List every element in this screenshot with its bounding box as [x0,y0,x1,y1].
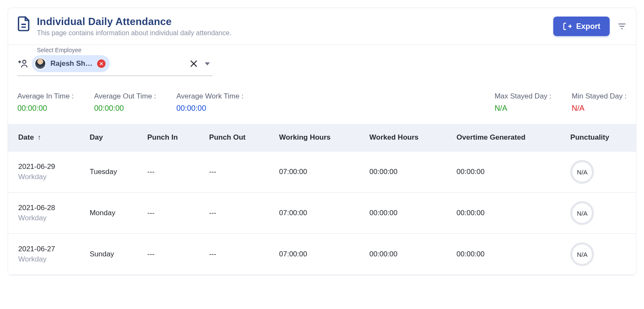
cell-day: Tuesday [82,152,139,193]
add-person-icon [17,58,28,69]
cell-punch-out: --- [201,152,271,193]
cell-date-value: 2021-06-28 [18,204,74,212]
cell-punch-in: --- [140,234,202,275]
col-punch-out[interactable]: Punch Out [201,124,271,152]
document-icon [17,16,31,32]
cell-worked-hours: 00:00:00 [362,193,449,234]
cell-punctuality: N/A [563,193,636,234]
col-day[interactable]: Day [82,124,139,152]
stat-label: Min Stayed Day : [572,92,627,101]
cell-day: Sunday [82,234,139,275]
stat-avg-out: Average Out Time : 00:00:00 [94,92,156,113]
export-label: Export [576,22,600,31]
chevron-down-icon[interactable] [205,62,210,65]
svg-point-7 [22,60,26,64]
cell-working-hours: 07:00:00 [271,193,362,234]
stat-avg-work: Average Work Time : 00:00:00 [176,92,243,113]
header-text: Individual Daily Attendance This page co… [37,16,231,37]
stats-row: Average In Time : 00:00:00 Average Out T… [17,88,627,124]
cell-date: 2021-06-27 Workday [8,234,82,275]
punctuality-badge: N/A [570,242,594,266]
chip-remove-icon[interactable] [97,59,106,68]
stat-label: Max Stayed Day : [494,92,551,101]
avatar [34,58,46,70]
cell-punch-out: --- [201,193,271,234]
col-worked-hours[interactable]: Worked Hours [362,124,449,152]
table-head: Date ↑ Day Punch In Punch Out Working Ho… [8,124,636,152]
cell-date-type: Workday [18,255,74,264]
stat-value: N/A [494,104,551,113]
cell-punctuality: N/A [563,152,636,193]
cell-date: 2021-06-29 Workday [8,152,82,193]
page-subtitle: This page contains information about ind… [37,29,231,37]
cell-day: Monday [82,193,139,234]
stat-min-stayed: Min Stayed Day : N/A [572,92,627,113]
selector-label: Select Employee [37,47,81,53]
chip-text: Rajesh Shr… [50,59,93,68]
col-punch-in[interactable]: Punch In [140,124,202,152]
employee-chip: Rajesh Shr… [32,55,110,72]
col-working-hours[interactable]: Working Hours [271,124,362,152]
cell-working-hours: 07:00:00 [271,152,362,193]
stat-value: 00:00:00 [17,104,74,113]
punctuality-badge: N/A [570,160,594,184]
cell-punctuality: N/A [563,234,636,275]
attendance-card: Individual Daily Attendance This page co… [8,8,636,275]
sort-asc-icon: ↑ [38,134,41,141]
attendance-table: Date ↑ Day Punch In Punch Out Working Ho… [8,124,636,275]
table-row: 2021-06-27 Workday Sunday --- --- 07:00:… [8,234,636,275]
header-left: Individual Daily Attendance This page co… [17,16,553,37]
col-date[interactable]: Date ↑ [8,124,82,152]
cell-overtime: 00:00:00 [449,152,563,193]
cell-working-hours: 07:00:00 [271,234,362,275]
cell-worked-hours: 00:00:00 [362,234,449,275]
cell-date-value: 2021-06-29 [18,163,74,171]
stat-avg-in: Average In Time : 00:00:00 [17,92,74,113]
stat-label: Average Out Time : [94,92,156,101]
table-body: 2021-06-29 Workday Tuesday --- --- 07:00… [8,152,636,275]
col-overtime[interactable]: Overtime Generated [449,124,563,152]
cell-overtime: 00:00:00 [449,193,563,234]
stat-label: Average Work Time : [176,92,243,101]
cell-date-type: Workday [18,214,74,222]
page-title: Individual Daily Attendance [37,16,231,28]
cell-punch-in: --- [140,152,202,193]
export-icon [563,22,572,31]
filter-icon[interactable] [617,22,627,31]
stat-label: Average In Time : [17,92,74,101]
stat-max-stayed: Max Stayed Day : N/A [494,92,551,113]
card-header: Individual Daily Attendance This page co… [8,8,636,45]
export-button[interactable]: Export [553,17,610,36]
cell-date-value: 2021-06-27 [18,245,74,253]
cell-date: 2021-06-28 Workday [8,193,82,234]
cell-worked-hours: 00:00:00 [362,152,449,193]
col-punctuality[interactable]: Punctuality [563,124,636,152]
employee-selector[interactable]: Select Employee Rajesh Shr… [17,55,212,76]
card-body: Select Employee Rajesh Shr… Averag [8,45,636,275]
col-date-label: Date [18,133,34,141]
cell-punch-in: --- [140,193,202,234]
punctuality-badge: N/A [570,201,594,225]
stat-value: 00:00:00 [176,104,243,113]
clear-icon[interactable] [189,59,199,69]
cell-date-type: Workday [18,173,74,181]
stat-value: N/A [572,104,627,113]
table-row: 2021-06-28 Workday Monday --- --- 07:00:… [8,193,636,234]
cell-overtime: 00:00:00 [449,234,563,275]
cell-punch-out: --- [201,234,271,275]
header-right: Export [553,17,627,36]
stat-value: 00:00:00 [94,104,156,113]
table-row: 2021-06-29 Workday Tuesday --- --- 07:00… [8,152,636,193]
